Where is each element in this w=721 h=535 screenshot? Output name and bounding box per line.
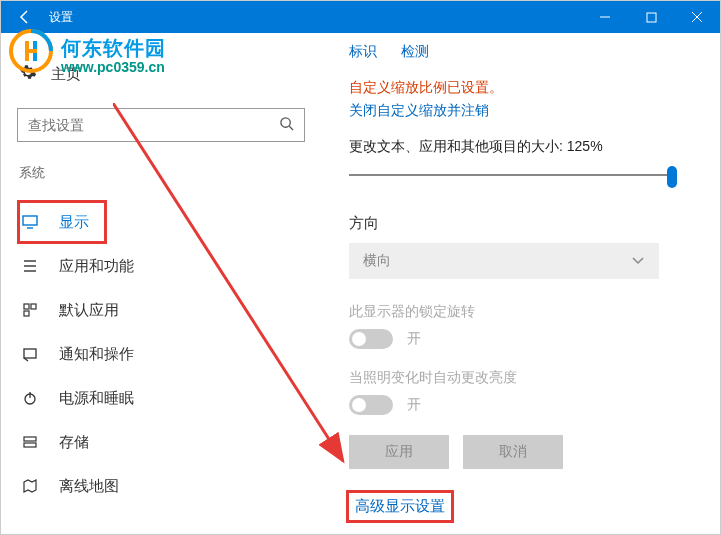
apply-button[interactable]: 应用 [349, 435, 449, 469]
svg-rect-18 [24, 349, 36, 358]
svg-point-8 [281, 118, 290, 127]
search-input-container[interactable] [17, 108, 305, 142]
advanced-highlight: 高级显示设置 [349, 493, 451, 520]
close-button[interactable] [674, 1, 720, 33]
custom-scale-warning: 自定义缩放比例已设置。 [349, 79, 696, 97]
orientation-dropdown[interactable]: 横向 [349, 243, 659, 279]
sidebar-item-storage[interactable]: 存储 [17, 420, 305, 464]
svg-rect-1 [647, 13, 656, 22]
sidebar-item-label: 应用和功能 [59, 257, 134, 276]
defaults-icon [21, 302, 39, 318]
auto-brightness-label: 当照明变化时自动更改亮度 [349, 369, 696, 387]
map-icon [21, 478, 39, 494]
svg-rect-16 [31, 304, 36, 309]
slider-thumb[interactable] [667, 166, 677, 188]
sidebar-item-offline-maps[interactable]: 离线地图 [17, 464, 305, 508]
sidebar-item-label: 离线地图 [59, 477, 119, 496]
sidebar-item-default-apps[interactable]: 默认应用 [17, 288, 305, 332]
monitor-icon [21, 214, 39, 230]
sidebar-group-label: 系统 [17, 164, 305, 182]
main-panel: 标识 检测 自定义缩放比例已设置。 关闭自定义缩放并注销 更改文本、应用和其他项… [321, 33, 720, 535]
sidebar-item-apps-features[interactable]: 应用和功能 [17, 244, 305, 288]
watermark-url: www.pc0359.cn [61, 59, 165, 75]
svg-line-9 [289, 126, 293, 130]
toggle-state-label: 开 [407, 396, 421, 414]
svg-rect-22 [24, 437, 36, 441]
search-input[interactable] [28, 117, 279, 133]
minimize-button[interactable] [582, 1, 628, 33]
power-icon [21, 390, 39, 406]
watermark-logo [7, 27, 55, 79]
sidebar-item-power-sleep[interactable]: 电源和睡眠 [17, 376, 305, 420]
storage-icon [21, 434, 39, 450]
list-icon [21, 258, 39, 274]
titlebar: 设置 [1, 1, 720, 33]
lock-rotation-label: 此显示器的锁定旋转 [349, 303, 696, 321]
svg-rect-10 [23, 216, 37, 225]
disable-scale-logout-link[interactable]: 关闭自定义缩放并注销 [349, 102, 489, 120]
sidebar: 何东软件园 www.pc0359.cn 主页 系统 显示 应用和功能 默认应用 [1, 33, 321, 535]
svg-rect-23 [24, 443, 36, 447]
sidebar-item-label: 默认应用 [59, 301, 119, 320]
svg-rect-15 [24, 304, 29, 309]
orientation-label: 方向 [349, 214, 696, 233]
sidebar-item-notifications[interactable]: 通知和操作 [17, 332, 305, 376]
toggle-state-label: 开 [407, 330, 421, 348]
detect-link[interactable]: 检测 [401, 43, 429, 61]
identify-link[interactable]: 标识 [349, 43, 377, 61]
advanced-display-settings-link[interactable]: 高级显示设置 [351, 495, 449, 518]
orientation-value: 横向 [363, 252, 391, 270]
sidebar-item-label: 通知和操作 [59, 345, 134, 364]
text-size-label: 更改文本、应用和其他项目的大小: 125% [349, 138, 696, 156]
back-arrow-icon [17, 9, 33, 25]
auto-brightness-toggle[interactable] [349, 395, 393, 415]
sidebar-item-display[interactable]: 显示 [17, 200, 107, 244]
sidebar-item-label: 显示 [59, 213, 89, 232]
cancel-button[interactable]: 取消 [463, 435, 563, 469]
svg-rect-7 [25, 49, 37, 53]
lock-rotation-toggle[interactable] [349, 329, 393, 349]
svg-rect-17 [24, 311, 29, 316]
size-slider[interactable] [349, 164, 669, 192]
sidebar-item-label: 电源和睡眠 [59, 389, 134, 408]
maximize-button[interactable] [628, 1, 674, 33]
window-title: 设置 [49, 9, 582, 26]
notify-icon [21, 346, 39, 362]
watermark-text: 何东软件园 [61, 35, 166, 62]
chevron-down-icon [631, 253, 645, 270]
search-icon [279, 116, 294, 134]
sidebar-item-label: 存储 [59, 433, 89, 452]
slider-track [349, 174, 669, 176]
